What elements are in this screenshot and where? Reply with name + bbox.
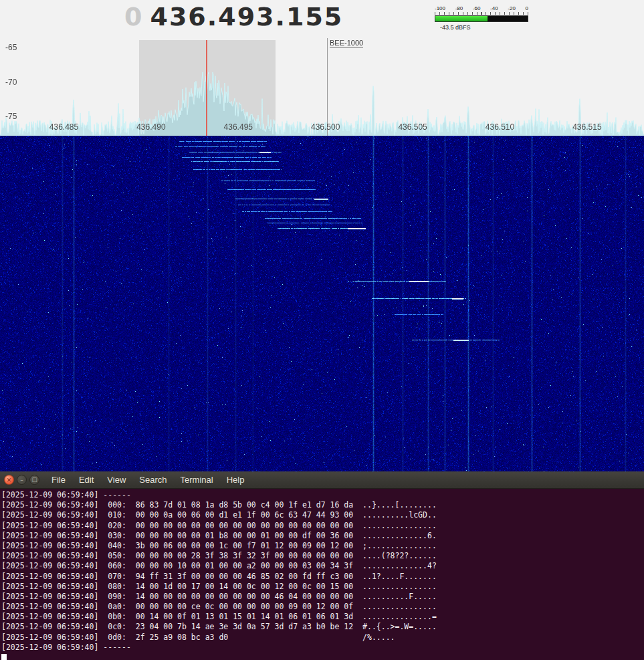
terminal-output[interactable]: [2025-12-09 06:59:40] ------[2025-12-09 … xyxy=(0,489,644,660)
frequency-value[interactable]: 436.493.155 xyxy=(150,2,343,31)
meter-tick-label: -80 xyxy=(455,5,463,11)
terminal-line: [2025-12-09 06:59:40] 030: 00 00 00 00 0… xyxy=(1,531,644,541)
terminal-line: [2025-12-09 06:59:40] ------ xyxy=(1,490,644,500)
meter-tick-label: -100 xyxy=(435,5,445,11)
menu-item-help[interactable]: Help xyxy=(220,471,251,489)
terminal-cursor-line xyxy=(1,653,644,660)
close-button[interactable]: ✕ xyxy=(4,475,14,485)
freq-tick-label: 436.500 xyxy=(311,122,340,132)
terminal-titlebar[interactable]: ✕–☐ FileEditViewSearchTerminalHelp xyxy=(0,471,644,489)
freq-tick-label: 436.485 xyxy=(49,122,78,132)
terminal-menubar: FileEditViewSearchTerminalHelp xyxy=(45,471,251,489)
menu-item-file[interactable]: File xyxy=(45,471,72,489)
menu-item-search[interactable]: Search xyxy=(132,471,173,489)
sdr-app: 0436.493.155 -100-80-60-40-200 -43.5 dBF… xyxy=(0,0,644,660)
terminal-line: [2025-12-09 06:59:40] 080: 14 00 1d 00 1… xyxy=(1,582,644,592)
freq-tick-label: 436.510 xyxy=(486,122,514,132)
terminal-line: [2025-12-09 06:59:40] 050: 00 00 00 00 2… xyxy=(1,551,644,561)
tuning-marker[interactable] xyxy=(206,40,207,136)
spectrum-area: BEE-1000 -65-70-75436.485436.490436.4954… xyxy=(0,37,644,136)
maximize-button[interactable]: ☐ xyxy=(29,475,39,485)
terminal-line: [2025-12-09 06:59:40] 0c0: 23 04 00 7b 1… xyxy=(1,622,644,632)
frequency-leading-zero: 0 xyxy=(124,2,143,31)
bookmark-bee-1000[interactable]: BEE-1000 xyxy=(330,39,363,48)
meter-value-label: -43.5 dBFS xyxy=(440,24,528,31)
meter-bar xyxy=(435,15,528,22)
terminal-line: [2025-12-09 06:59:40] 060: 00 00 00 10 0… xyxy=(1,561,644,571)
terminal-line: [2025-12-09 06:59:40] 0a0: 00 00 00 00 c… xyxy=(1,602,644,612)
minimize-button[interactable]: – xyxy=(17,475,27,485)
terminal-line: [2025-12-09 06:59:40] 040: 3b 00 06 00 0… xyxy=(1,541,644,551)
terminal-line: [2025-12-09 06:59:40] 010: 00 00 0a 00 0… xyxy=(1,510,644,520)
terminal-line: [2025-12-09 06:59:40] 0d0: 2f 25 a9 08 b… xyxy=(1,633,644,643)
waterfall[interactable] xyxy=(0,136,644,471)
freq-tick-label: 436.490 xyxy=(136,122,165,132)
freq-tick-label: 436.495 xyxy=(224,122,253,132)
db-tick-label: -70 xyxy=(5,78,17,87)
spectrum-plot[interactable] xyxy=(0,37,644,136)
db-tick-label: -75 xyxy=(5,112,17,121)
meter-tick-label: 0 xyxy=(526,5,528,11)
window-buttons: ✕–☐ xyxy=(4,475,39,485)
meter-fill xyxy=(435,16,488,21)
bookmark-marker-line xyxy=(327,38,328,136)
meter-tick-label: -20 xyxy=(508,5,516,11)
meter-tick-labels: -100-80-60-40-200 xyxy=(435,5,528,11)
meter-scale-ruler xyxy=(435,12,528,15)
menu-item-edit[interactable]: Edit xyxy=(72,471,100,489)
signal-meter: -100-80-60-40-200 -43.5 dBFS xyxy=(435,5,528,31)
terminal-line: [2025-12-09 06:59:40] 090: 14 00 00 00 0… xyxy=(1,592,644,602)
menu-item-terminal[interactable]: Terminal xyxy=(174,471,220,489)
terminal-line: [2025-12-09 06:59:40] 070: 94 ff 31 3f 0… xyxy=(1,572,644,582)
terminal-line: [2025-12-09 06:59:40] 000: 86 83 7d 01 0… xyxy=(1,500,644,510)
menu-item-view[interactable]: View xyxy=(100,471,132,489)
meter-tick-label: -40 xyxy=(490,5,498,11)
freq-tick-label: 436.505 xyxy=(398,122,427,132)
terminal-line: [2025-12-09 06:59:40] ------ xyxy=(1,643,644,653)
terminal-line: [2025-12-09 06:59:40] 020: 00 00 00 00 0… xyxy=(1,521,644,531)
terminal-window: ✕–☐ FileEditViewSearchTerminalHelp [2025… xyxy=(0,471,644,660)
terminal-line: [2025-12-09 06:59:40] 0b0: 00 14 00 0f 0… xyxy=(1,612,644,622)
meter-tick-label: -60 xyxy=(473,5,481,11)
terminal-cursor xyxy=(1,654,7,660)
freq-tick-label: 436.515 xyxy=(572,122,601,132)
receiver-panel: 0436.493.155 -100-80-60-40-200 -43.5 dBF… xyxy=(0,0,644,136)
frequency-display[interactable]: 0436.493.155 xyxy=(124,2,343,31)
db-tick-label: -65 xyxy=(5,43,17,52)
